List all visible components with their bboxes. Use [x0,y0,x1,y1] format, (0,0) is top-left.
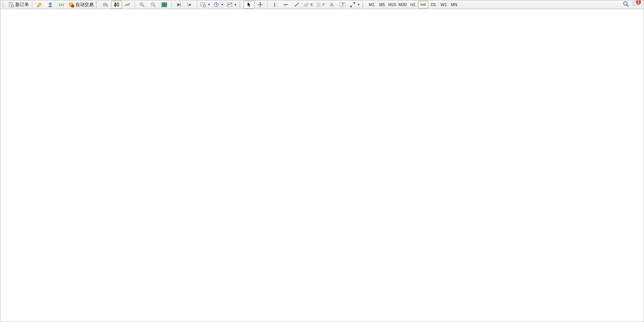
auto-trading-button[interactable]: 自动交易 [67,1,95,9]
chevron-down-icon: ▼ [221,3,224,6]
signal-icon [59,2,64,8]
indicators-button[interactable]: ▼ [225,1,239,9]
auto-trading-icon [69,2,74,8]
new-chart-button[interactable]: ▼ [199,1,212,9]
line-chart-icon [125,2,131,8]
bar-chart-button[interactable] [100,1,111,9]
toolbar-grip[interactable] [239,2,242,8]
horizontal-line-icon [283,2,289,8]
candlestick-button[interactable] [111,1,122,9]
arrows-tool-button[interactable]: ▼ [348,1,362,9]
toolbar-grip[interactable] [96,2,99,8]
separator [197,2,197,8]
auto-scroll-button[interactable] [173,1,184,9]
signal-button[interactable] [56,1,67,9]
text-label-icon: T [340,2,346,8]
trendline-tool-button[interactable] [291,1,302,9]
candlestick-icon [114,2,120,8]
indicators-icon [227,2,233,8]
tile-windows-button[interactable] [159,1,170,9]
channel-icon [304,2,309,8]
separator [267,2,268,8]
vertical-line-icon [272,2,277,8]
clock-icon [214,2,219,8]
horizontal-line-tool-button[interactable] [280,1,291,9]
toolbar-grip[interactable] [3,2,5,8]
profile-button[interactable] [45,1,56,9]
profile-icon [48,2,53,8]
zoom-in-icon [139,2,145,8]
timeframe-mn-button[interactable]: MN [449,1,459,8]
cursor-icon [246,2,252,8]
svg-text:T: T [342,3,344,7]
new-chart-icon [200,2,206,8]
mt4-window: 新订单 自动交易 ▼ ▼ ▼ [0,0,644,322]
separator [135,2,135,8]
toolbar: 新订单 自动交易 ▼ ▼ ▼ [0,0,644,9]
chat-button[interactable]: 1 [632,1,639,8]
toolbar-grip[interactable] [362,2,365,8]
timeframe-w1-button[interactable]: W1 [438,1,449,8]
new-order-label: 新订单 [15,2,29,8]
channel-letter: E [311,3,313,6]
separator [32,2,32,8]
timeframe-h4-button[interactable]: H4 [418,1,428,8]
tile-windows-icon [161,2,167,8]
chart-shift-icon [187,2,193,8]
separator [171,2,172,8]
line-chart-button[interactable] [122,1,133,9]
text-tool-button[interactable]: A [326,1,337,9]
timeframe-h1-button[interactable]: H1 [408,1,418,8]
cursor-tool-button[interactable] [244,1,255,9]
new-order-button[interactable]: 新订单 [7,1,30,9]
periods-button[interactable]: ▼ [212,1,225,9]
timeframe-m5-button[interactable]: M5 [377,1,387,8]
text-tool-icon: A [330,2,333,8]
chart-canvas[interactable] [0,9,644,322]
zoom-out-icon [150,2,156,8]
gold-tool-button[interactable] [34,1,45,9]
chevron-down-icon: ▼ [357,3,360,6]
gold-tool-icon [37,2,42,8]
fibonacci-letter: F [323,3,325,6]
timeframe-d1-button[interactable]: D1 [428,1,438,8]
chat-badge: 1 [636,0,641,5]
auto-scroll-icon [176,2,182,8]
crosshair-tool-button[interactable] [255,1,266,9]
new-order-icon [8,2,14,8]
timeframe-m1-button[interactable]: M1 [367,1,377,8]
crosshair-icon [257,2,263,8]
timeframe-m15-button[interactable]: M15 [387,1,397,8]
zoom-in-button[interactable] [137,1,148,9]
channel-tool-button[interactable]: E [302,1,314,9]
trendline-icon [294,2,300,8]
auto-trading-label: 自动交易 [75,2,94,8]
zoom-out-button[interactable] [148,1,159,9]
vertical-line-tool-button[interactable] [269,1,280,9]
bar-chart-icon [103,2,108,8]
text-label-tool-button[interactable]: T [337,1,348,9]
fibonacci-tool-button[interactable]: F [314,1,327,9]
chart-shift-button[interactable] [184,1,195,9]
search-icon[interactable] [623,1,629,9]
timeframe-m30-button[interactable]: M30 [397,1,408,8]
fibonacci-icon [316,2,322,8]
chevron-down-icon: ▼ [207,3,210,6]
chevron-down-icon: ▼ [234,3,237,6]
arrows-tool-icon [350,2,355,8]
